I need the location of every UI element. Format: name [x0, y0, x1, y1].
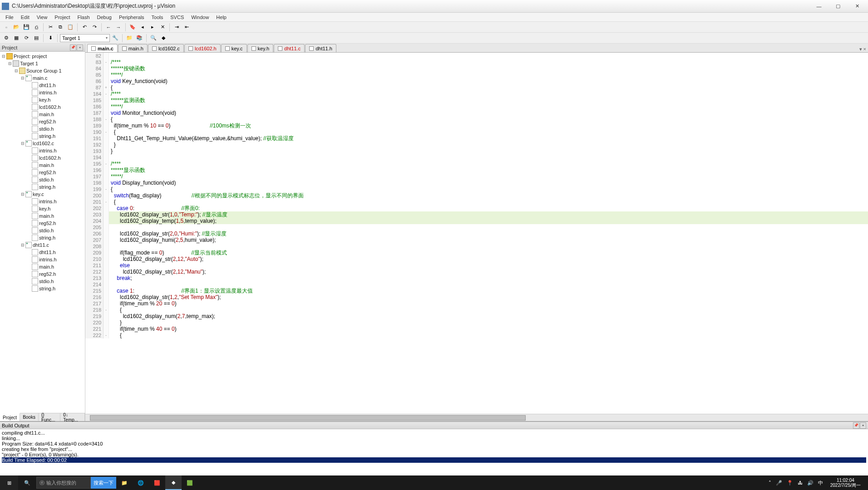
tree-header-intrins-h[interactable]: intrins.h [0, 89, 85, 96]
minimize-button[interactable]: ― [810, 2, 828, 11]
menu-peripherals[interactable]: Peripherals [115, 14, 148, 21]
tray-ime[interactable]: 中 [818, 480, 823, 486]
code-line-202[interactable]: 202 case 0: //界面0: [85, 205, 868, 211]
save-button[interactable]: 💾 [22, 23, 31, 32]
editor-tab-lcd1602-h[interactable]: lcd1602.h [184, 44, 221, 52]
code-line-203[interactable]: 203 lcd1602_display_str(1,0,"Temp:"); //… [85, 211, 868, 218]
tab-templates[interactable]: 0↓ Temp... [60, 413, 85, 421]
tree-file-dht11-c[interactable]: ⊟dht11.c [0, 241, 85, 249]
tree-header-dht11-h[interactable]: dht11.h [0, 82, 85, 89]
insert-button[interactable]: ◆ [159, 34, 168, 43]
editor-tab-key-h[interactable]: key.h [247, 44, 273, 52]
bookmark-next-button[interactable]: ▸ [148, 23, 157, 32]
code-line-86[interactable]: 86void Key_function(void) [85, 78, 868, 84]
taskbar-app2[interactable]: 🟩 [182, 475, 198, 490]
build-button[interactable]: ▦ [12, 34, 21, 43]
menu-window[interactable]: Window [187, 14, 212, 21]
tray-location-icon[interactable]: 📍 [787, 480, 793, 486]
tree-header-reg52-h[interactable]: reg52.h [0, 220, 85, 227]
code-line-198[interactable]: 198void Display_function(void) [85, 180, 868, 186]
tree-file-lcd1602-c[interactable]: ⊟lcd1602.c [0, 140, 85, 147]
tree-file-main-c[interactable]: ⊟main.c [0, 74, 85, 82]
outdent-button[interactable]: ⇤ [182, 23, 191, 32]
nav-fwd-button[interactable]: → [114, 23, 123, 32]
menu-svcs[interactable]: SVCS [167, 14, 187, 21]
copy-button[interactable]: ⧉ [56, 23, 65, 32]
code-line-206[interactable]: 206 lcd1602_display_str(2,0,"Humi:"); //… [85, 230, 868, 237]
build-close-button[interactable]: × [860, 422, 866, 429]
taskbar-explorer[interactable]: 📁 [116, 475, 133, 490]
code-line-184[interactable]: 184-/**** [85, 91, 868, 97]
editor-tab-main-h[interactable]: main.h [118, 44, 148, 52]
code-line-200[interactable]: 200 switch(flag_display) //根据不同的显示模式标志位，… [85, 192, 868, 199]
code-line-212[interactable]: 212 lcd1602_display_str(2,12,"Manu"); [85, 269, 868, 275]
editor-tabs-close[interactable]: ▾ × [859, 46, 866, 52]
search-icon[interactable]: 🔍 [18, 480, 36, 486]
code-line-205[interactable]: 205 [85, 224, 868, 230]
editor-tab-lcd1602-c[interactable]: lcd1602.c [148, 44, 184, 52]
tree-header-string-h[interactable]: string.h [0, 132, 85, 140]
bookmark-clear-button[interactable]: ✕ [158, 23, 167, 32]
taskbar-search-button[interactable]: 搜索一下 [91, 477, 116, 489]
code-line-215[interactable]: 215 case 1: //界面1：显示设置温度最大值 [85, 288, 868, 294]
taskbar-clock[interactable]: 11:02:04 2022/7/25/周一 [828, 478, 863, 488]
code-line-192[interactable]: 192 } [85, 142, 868, 148]
code-line-186[interactable]: 186*****/ [85, 103, 868, 110]
tray-network-icon[interactable]: 🖧 [798, 480, 803, 485]
code-line-211[interactable]: 211 else [85, 262, 868, 269]
books-button[interactable]: 📚 [135, 34, 144, 43]
code-line-83[interactable]: 83-/**** [85, 59, 868, 65]
cut-button[interactable]: ✂ [46, 23, 55, 32]
menu-debug[interactable]: Debug [94, 14, 115, 21]
tree-source-group[interactable]: ⊟Source Group 1 [0, 67, 85, 74]
tree-target[interactable]: ⊟Target 1 [0, 60, 85, 67]
tree-header-lcd1602-h[interactable]: lcd1602.h [0, 103, 85, 111]
tree-header-reg52-h[interactable]: reg52.h [0, 118, 85, 125]
tree-header-intrins-h[interactable]: intrins.h [0, 147, 85, 154]
redo-button[interactable]: ↷ [90, 23, 99, 32]
close-button[interactable]: ✕ [848, 2, 866, 11]
new-button[interactable]: ▫ [2, 23, 11, 32]
maximize-button[interactable]: ▢ [829, 2, 847, 11]
tree-header-intrins-h[interactable]: intrins.h [0, 198, 85, 205]
tray-chevron-icon[interactable]: ˄ [769, 480, 771, 486]
panel-close-button[interactable]: × [77, 44, 83, 51]
taskbar-app1[interactable]: 🟥 [149, 475, 165, 490]
menu-view[interactable]: View [33, 14, 51, 21]
code-line-209[interactable]: 209 if(flag_mode == 0) //显示当前模式 [85, 250, 868, 256]
undo-button[interactable]: ↶ [80, 23, 89, 32]
tree-header-key-h[interactable]: key.h [0, 96, 85, 103]
code-line-193[interactable]: 193} [85, 148, 868, 154]
tree-header-reg52-h[interactable]: reg52.h [0, 169, 85, 176]
menu-flash[interactable]: Flash [74, 14, 94, 21]
code-line-220[interactable]: 220 } [85, 319, 868, 326]
options-button[interactable]: 🔧 [111, 34, 120, 43]
code-line-197[interactable]: 197*****/ [85, 173, 868, 180]
translate-button[interactable]: ⚙ [2, 34, 11, 43]
code-line-213[interactable]: 213 break; [85, 275, 868, 281]
code-line-190[interactable]: 190- { [85, 129, 868, 135]
code-line-195[interactable]: 195-/**** [85, 161, 868, 167]
start-button[interactable]: ⊞ [0, 475, 18, 490]
batch-build-button[interactable]: ▤ [32, 34, 41, 43]
tree-header-main-h[interactable]: main.h [0, 212, 85, 220]
editor-tab-key-c[interactable]: key.c [221, 44, 247, 52]
code-line-188[interactable]: 188-{ [85, 116, 868, 122]
manage-button[interactable]: 📁 [125, 34, 134, 43]
tab-books[interactable]: Books [20, 413, 39, 421]
code-line-221[interactable]: 221 if(time_num % 40 == 0) [85, 326, 868, 332]
saveall-button[interactable]: ⎙ [32, 23, 41, 32]
editor-hscrollbar[interactable] [85, 414, 868, 421]
editor-tab-dht11-h[interactable]: dht11.h [305, 44, 336, 52]
tree-header-key-h[interactable]: key.h [0, 205, 85, 212]
menu-tools[interactable]: Tools [148, 14, 167, 21]
code-line-218[interactable]: 218- { [85, 307, 868, 313]
download-button[interactable]: ⬇ [46, 34, 55, 43]
code-line-222[interactable]: 222- { [85, 332, 868, 338]
tree-header-main-h[interactable]: main.h [0, 111, 85, 118]
taskbar-searchbox[interactable]: ⓔ 输入你想搜的 [36, 477, 91, 489]
tray-volume-icon[interactable]: 🔊 [807, 480, 814, 486]
bookmark-prev-button[interactable]: ◂ [138, 23, 147, 32]
panel-pin-button[interactable]: 📌 [70, 44, 76, 51]
tree-header-string-h[interactable]: string.h [0, 285, 85, 292]
